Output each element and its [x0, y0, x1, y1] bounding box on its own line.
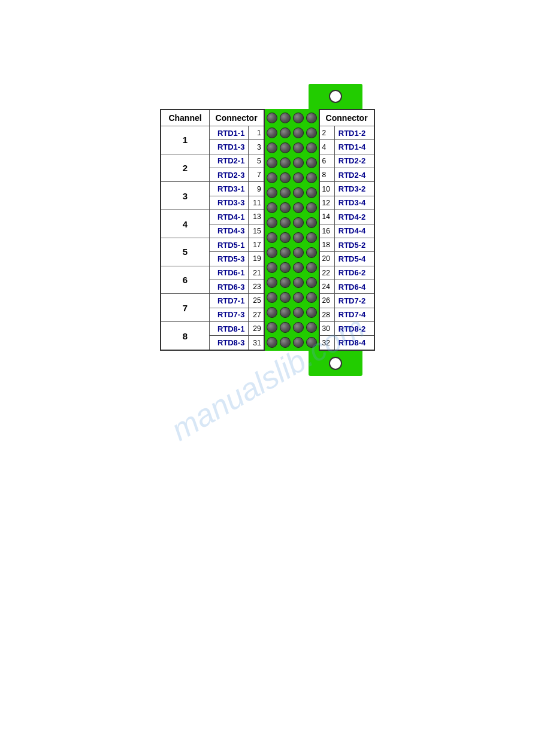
pin-circle — [293, 172, 304, 183]
left-pin-number: 27 — [249, 308, 264, 321]
pin-circle — [280, 247, 291, 258]
diagram-wrapper: Channel Connector 1RTD1-11RTD1-332RTD2-1… — [160, 84, 374, 376]
pin-circle — [306, 127, 317, 138]
pin-circle — [293, 337, 304, 348]
right-connector-name: RTD7-4 — [334, 308, 374, 321]
table-row: 18RTD5-2 — [319, 238, 374, 251]
pin-row — [265, 305, 319, 320]
pin-circle — [280, 187, 291, 198]
channel-header: Channel — [161, 110, 209, 126]
pin-circle — [280, 307, 291, 318]
pin-circle — [306, 172, 317, 183]
pin-pair — [267, 292, 317, 303]
pin-row — [265, 155, 319, 170]
left-pin-number: 11 — [249, 196, 264, 210]
right-connector-header: Connector — [319, 110, 374, 126]
pin-pair — [267, 262, 317, 273]
right-pin-number: 18 — [319, 238, 335, 251]
left-connector-name: RTD1-3 — [209, 140, 249, 154]
left-connector-name: RTD7-1 — [209, 294, 249, 308]
pin-circle — [293, 232, 304, 243]
bottom-mount-hole — [329, 357, 342, 370]
right-table: Connector 2RTD1-24RTD1-46RTD2-28RTD2-410… — [319, 109, 375, 351]
left-connector-name: RTD4-1 — [209, 210, 249, 224]
right-pin-number: 32 — [319, 336, 335, 350]
right-pin-number: 14 — [319, 210, 335, 224]
pin-pair — [267, 322, 317, 333]
pin-circle — [267, 202, 277, 213]
left-pin-number: 7 — [249, 168, 264, 182]
pin-circle — [293, 307, 304, 318]
left-connector-name: RTD7-3 — [209, 308, 249, 321]
pin-row — [265, 215, 319, 230]
right-pin-number: 12 — [319, 196, 335, 210]
left-connector-name: RTD5-1 — [209, 238, 249, 251]
left-table: Channel Connector 1RTD1-11RTD1-332RTD2-1… — [160, 109, 264, 351]
pin-pair — [267, 142, 317, 153]
right-pin-number: 8 — [319, 168, 335, 182]
left-pin-number: 17 — [249, 238, 264, 251]
channel-number: 7 — [161, 294, 209, 322]
channel-number: 4 — [161, 210, 209, 238]
pin-circle — [293, 292, 304, 303]
table-row: 4RTD1-4 — [319, 140, 374, 154]
pin-circle — [280, 172, 291, 183]
table-row: 5RTD5-117 — [161, 238, 264, 251]
right-connector-name: RTD2-2 — [334, 154, 374, 168]
right-connector-name: RTD5-2 — [334, 238, 374, 251]
pin-pair — [267, 247, 317, 258]
pin-row — [265, 170, 319, 185]
right-pin-number: 24 — [319, 280, 335, 293]
table-row: 20RTD5-4 — [319, 252, 374, 266]
pin-pair — [267, 217, 317, 228]
left-pin-number: 3 — [249, 140, 264, 154]
right-pin-number: 4 — [319, 140, 335, 154]
pin-circle — [293, 277, 304, 288]
pin-circle — [280, 127, 291, 138]
channel-number: 3 — [161, 182, 209, 210]
table-row: 12RTD3-4 — [319, 196, 374, 210]
pin-circle — [306, 247, 317, 258]
pin-circle — [280, 277, 291, 288]
left-pin-number: 1 — [249, 126, 264, 140]
channel-number: 5 — [161, 238, 209, 266]
right-pin-number: 20 — [319, 252, 335, 266]
pin-circle — [267, 127, 277, 138]
pin-circle — [293, 217, 304, 228]
pin-row — [265, 200, 319, 215]
pin-circle — [267, 187, 277, 198]
left-connector-name: RTD4-3 — [209, 224, 249, 238]
pin-circle — [280, 232, 291, 243]
table-row: 8RTD2-4 — [319, 168, 374, 182]
right-pin-number: 2 — [319, 126, 335, 140]
right-connector-name: RTD8-4 — [334, 336, 374, 350]
pin-circle — [306, 292, 317, 303]
pin-circle — [306, 142, 317, 153]
right-connector-name: RTD4-4 — [334, 224, 374, 238]
channel-number: 2 — [161, 154, 209, 182]
pin-circle — [267, 262, 277, 273]
pin-circle — [267, 217, 277, 228]
table-row: 1RTD1-11 — [161, 126, 264, 140]
pin-circle — [267, 277, 277, 288]
right-pin-number: 16 — [319, 224, 335, 238]
pin-circle — [293, 187, 304, 198]
pin-circle — [306, 187, 317, 198]
table-row: 32RTD8-4 — [319, 336, 374, 350]
pin-circle — [306, 337, 317, 348]
pin-circle — [280, 202, 291, 213]
left-pin-number: 23 — [249, 280, 264, 293]
left-connector-name: RTD3-1 — [209, 182, 249, 196]
pin-circle — [293, 142, 304, 153]
pin-circle — [306, 217, 317, 228]
table-row: 22RTD6-2 — [319, 266, 374, 280]
pin-row — [265, 245, 319, 260]
pin-circle — [293, 157, 304, 168]
right-connector-name: RTD1-2 — [334, 126, 374, 140]
pin-circle — [267, 172, 277, 183]
right-connector-name: RTD3-4 — [334, 196, 374, 210]
pin-circle — [306, 113, 317, 123]
table-row: 2RTD2-15 — [161, 154, 264, 168]
pin-circle — [267, 247, 277, 258]
table-row: 7RTD7-125 — [161, 294, 264, 308]
